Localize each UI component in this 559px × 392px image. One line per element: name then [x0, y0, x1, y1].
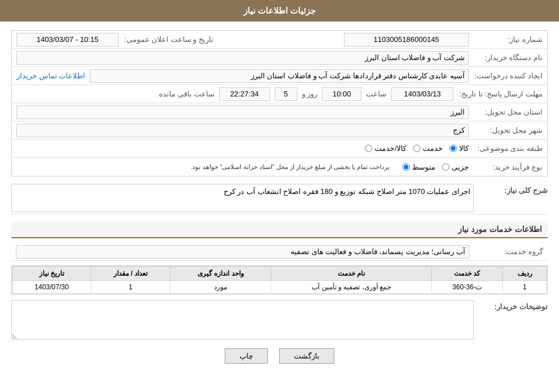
need-number-label: شماره نیاز:	[469, 35, 543, 44]
purchase-type-inline: متوسط جزیی پرداخت تمام یا بخشی از مبلغ خ…	[16, 163, 469, 171]
purchase-type-option-jozii[interactable]: جزیی	[442, 163, 469, 171]
deadline-time-value: 10:00	[322, 87, 362, 101]
deadline-days-value: 5	[275, 87, 297, 101]
purchase-type-radio-group: متوسط جزیی	[402, 163, 469, 171]
page-wrapper: جزئیات اطلاعات نیاز شماره نیاز: 11030051…	[0, 0, 559, 392]
category-option-khedmat[interactable]: خدمت	[413, 144, 443, 153]
purchase-jozii-label: جزیی	[452, 163, 469, 171]
page-title: جزئیات اطلاعات نیاز	[0, 0, 559, 22]
creator-label: ایجاد کننده درخواست:	[469, 71, 543, 80]
deadline-days-label: روز و	[302, 90, 318, 98]
table-header-row: ردیف کد خدمت نام خدمت واحد اندازه گیری ت…	[12, 267, 547, 281]
category-row: طبقه بندی موضوعی: کالا/خدمت خدمت کالا	[12, 140, 547, 158]
announce-date-label: تاریخ و ساعت اعلان عمومی:	[119, 35, 219, 44]
province-row: استان محل تحویل: البرز	[12, 103, 547, 121]
buyer-org-row: نام دستگاه خریدار: شرکت آب و فاضلاب استا…	[12, 49, 547, 67]
buyer-org-value: شرکت آب و فاضلاب استان البرز	[16, 51, 469, 65]
deadline-time-label: ساعت	[366, 90, 386, 98]
announce-date-value: 1403/03/07 - 10:15	[16, 33, 119, 47]
need-number-value: 1103005186000145	[344, 33, 469, 47]
content-area: شماره نیاز: 1103005186000145 تاریخ و ساع…	[0, 22, 559, 381]
province-value: البرز	[16, 106, 469, 119]
col-qty: تعداد / مقدار	[91, 267, 170, 281]
purchase-type-label: نوع فرآیند خرید:	[469, 163, 543, 171]
city-label: شهر محل تحویل:	[469, 126, 543, 134]
col-date: تاریخ نیاز	[12, 267, 91, 281]
purchase-note: پرداخت تمام یا بخشی از مبلغ خریدار از مح…	[191, 163, 389, 171]
services-section-title: اطلاعات خدمات مورد نیاز	[11, 221, 548, 238]
service-group-row: گروه خدمت: آب رسانی؛ مدیریت پسماند، فاضل…	[11, 243, 548, 261]
main-form: شماره نیاز: 1103005186000145 تاریخ و ساع…	[11, 30, 548, 176]
purchase-type-option-motavaset[interactable]: متوسط	[402, 163, 435, 171]
category-khedmat-radio[interactable]	[413, 145, 421, 152]
need-number-row: شماره نیاز: 1103005186000145 تاریخ و ساع…	[12, 31, 547, 49]
need-description-row: شرح کلی نیاز: اجرای عملیات 1070 متر اصلا…	[11, 182, 548, 214]
purchase-type-row: نوع فرآیند خرید: متوسط جزیی پرداخت تمام …	[12, 158, 547, 176]
deadline-label: مهلت ارسال پاسخ: تا تاریخ:	[453, 90, 543, 98]
creator-row: ایجاد کننده درخواست: آسیه عابدی کارشناس …	[12, 67, 547, 85]
category-radio-group: کالا/خدمت خدمت کالا	[365, 144, 469, 153]
deadline-date-value: 1403/03/13	[391, 87, 453, 101]
need-description-value: اجرای عملیات 1070 متر اصلاح شبکه توزیع و…	[11, 184, 474, 212]
category-kala-radio[interactable]	[449, 145, 457, 152]
services-table: ردیف کد خدمت نام خدمت واحد اندازه گیری ت…	[12, 266, 547, 294]
category-label: طبقه بندی موضوعی:	[469, 144, 543, 153]
city-value: کرج	[16, 124, 469, 137]
deadline-remaining-value: 22:27:34	[219, 87, 270, 101]
need-description-label: شرح کلی نیاز:	[474, 184, 548, 195]
buyer-description-textarea[interactable]	[11, 300, 474, 340]
purchase-jozii-radio[interactable]	[442, 163, 449, 171]
service-group-label: گروه خدمت:	[469, 247, 543, 256]
purchase-motavaset-label: متوسط	[412, 163, 435, 171]
creator-inline: آسیه عابدی کارشناس دفتر قراردادها شرکت آ…	[16, 69, 469, 83]
category-option-kala[interactable]: کالا	[449, 144, 469, 153]
buyer-org-label: نام دستگاه خریدار:	[469, 53, 543, 62]
buyer-description-row: توضیحات خریدار:	[11, 300, 548, 340]
category-kala-label: کالا	[459, 144, 469, 153]
deadline-inline: 1403/03/13 ساعت 10:00 روز و 5 22:27:34 س…	[16, 87, 453, 101]
buyer-description-label: توضیحات خریدار:	[474, 300, 548, 311]
table-row: 1ت-36-360جمع آوری، تصفیه و تأمین آبمورد1…	[12, 281, 547, 294]
category-kala-khedmat-radio[interactable]	[365, 145, 372, 152]
category-option-kala-khedmat[interactable]: کالا/خدمت	[365, 144, 406, 153]
print-button[interactable]: چاپ	[225, 348, 268, 364]
deadline-row: مهلت ارسال پاسخ: تا تاریخ: 1403/03/13 سا…	[12, 85, 547, 103]
province-label: استان محل تحویل:	[469, 108, 543, 116]
purchase-motavaset-radio[interactable]	[402, 163, 410, 171]
buttons-row: بازگشت چاپ	[11, 348, 548, 372]
col-service-code: کد خدمت	[432, 267, 503, 281]
col-unit: واحد اندازه گیری	[170, 267, 271, 281]
creator-value: آسیه عابدی کارشناس دفتر قراردادها شرکت آ…	[90, 69, 469, 83]
category-kala-khedmat-label: کالا/خدمت	[375, 144, 406, 153]
deadline-remaining-label: ساعت باقی مانده	[159, 90, 214, 98]
back-button[interactable]: بازگشت	[279, 348, 334, 364]
service-group-value: آب رسانی؛ مدیریت پسماند، فاضلاب و فعالیت…	[16, 245, 469, 259]
col-row-number: ردیف	[503, 267, 547, 281]
contact-link[interactable]: اطلاعات تماس خریدار	[16, 71, 85, 80]
services-table-section: ردیف کد خدمت نام خدمت واحد اندازه گیری ت…	[11, 265, 548, 294]
col-service-name: نام خدمت	[271, 267, 432, 281]
category-khedmat-label: خدمت	[423, 144, 443, 153]
city-row: شهر محل تحویل: کرج	[12, 121, 547, 140]
